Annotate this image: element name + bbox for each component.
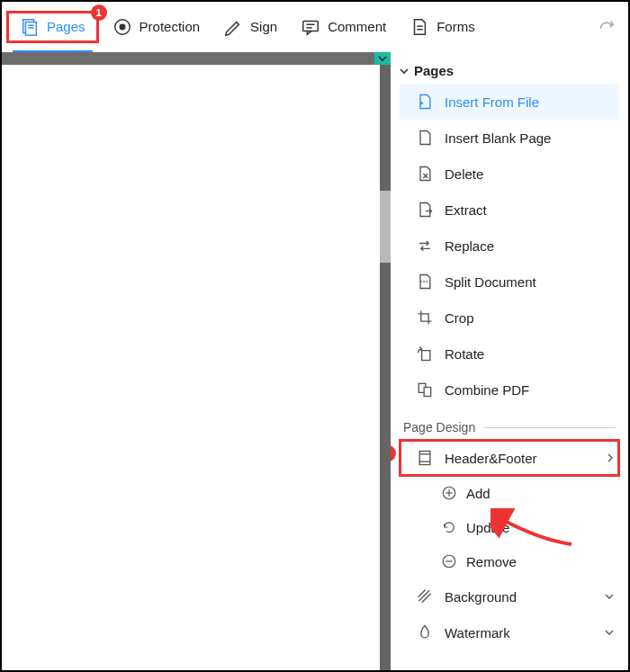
remove-icon [441,553,457,569]
tab-forms-label: Forms [436,19,475,34]
panel-item-label: Combine PDF [445,382,529,398]
split-icon [416,273,434,291]
panel-item-background[interactable]: Background [400,578,619,614]
chevron-right-icon [607,453,614,462]
delete-page-icon [416,165,434,183]
panel-item-label: Header&Footer [445,451,537,466]
sub-item-label: Remove [466,554,517,569]
tab-comment-label: Comment [328,19,386,34]
sub-item-add[interactable]: Add [400,476,619,510]
watermark-icon [416,623,434,641]
panel-header[interactable]: Pages [400,59,619,84]
document-pane [2,52,391,670]
panel-item-delete[interactable]: Delete [400,156,619,192]
panel-item-combine[interactable]: Combine PDF [400,372,619,408]
svg-rect-14 [422,351,430,361]
insert-file-icon [416,93,434,111]
sign-icon [223,17,243,37]
side-panel: Pages Insert From File Insert Blank Page… [391,52,628,670]
svg-rect-17 [419,452,430,465]
panel-item-label: Replace [445,238,494,254]
section-page-design: Page Design [400,408,619,440]
panel-item-header-footer[interactable]: Header&Footer [400,440,619,476]
panel-item-label: Crop [445,310,474,326]
comment-icon [301,17,320,37]
tab-protection[interactable]: Protection [104,12,210,42]
tab-sign[interactable]: Sign [214,12,286,42]
panel-item-label: Extract [445,202,487,218]
panel-item-label: Background [445,589,517,605]
panel-item-label: Insert From File [445,94,539,110]
svg-line-26 [422,594,431,603]
blank-page-icon [416,129,434,147]
pages-tab-icon [20,17,40,37]
panel-item-label: Split Document [445,274,536,290]
panel-item-split[interactable]: Split Document [400,264,619,300]
panel-title: Pages [414,63,454,78]
svg-rect-6 [303,21,319,31]
panel-item-watermark[interactable]: Watermark [400,614,619,650]
tab-forms[interactable]: Forms [400,12,484,42]
redo-button[interactable] [589,12,623,42]
sub-item-label: Update [466,520,509,535]
svg-point-5 [120,24,125,30]
document-canvas[interactable] [2,65,391,670]
tab-protection-label: Protection [140,19,201,34]
combine-icon [416,381,434,399]
update-icon [441,519,457,535]
add-icon [441,485,457,501]
tab-pages-label: Pages [47,19,86,34]
toolbar: Pages 1 Protection Sign Comment [2,2,628,52]
panel-item-rotate[interactable]: Rotate [400,336,619,372]
annotation-badge-2: 2 [391,445,396,461]
panel-item-extract[interactable]: Extract [400,192,619,228]
rotate-icon [416,345,434,363]
panel-item-crop[interactable]: Crop [400,300,619,336]
tab-pages[interactable]: Pages 1 [7,12,98,42]
panel-item-insert-blank[interactable]: Insert Blank Page [400,120,619,156]
header-footer-icon [416,449,434,467]
chevron-down-icon [400,67,409,76]
protection-icon [112,17,132,37]
section-title-label: Page Design [403,420,475,435]
forms-icon [410,17,429,37]
sub-item-update[interactable]: Update [400,510,619,544]
crop-icon [416,309,434,327]
chevron-down-icon [605,593,614,600]
chevron-down-icon [605,629,614,636]
svg-rect-1 [25,22,36,35]
pane-dropdown-button[interactable] [374,52,391,65]
replace-icon [416,237,434,255]
panel-item-replace[interactable]: Replace [400,228,619,264]
annotation-badge-1: 1 [91,4,107,21]
panel-item-label: Rotate [445,346,484,362]
svg-rect-16 [424,388,431,397]
tab-comment[interactable]: Comment [292,12,395,42]
document-header-bar [2,52,391,65]
panel-item-label: Watermark [445,625,510,641]
panel-item-label: Delete [445,166,483,182]
sub-item-remove[interactable]: Remove [400,544,619,578]
panel-item-insert-from-file[interactable]: Insert From File [400,84,619,120]
sub-item-label: Add [466,486,490,501]
background-icon [416,587,434,605]
tab-sign-label: Sign [250,19,277,34]
extract-icon [416,201,434,219]
panel-item-label: Insert Blank Page [445,130,551,146]
